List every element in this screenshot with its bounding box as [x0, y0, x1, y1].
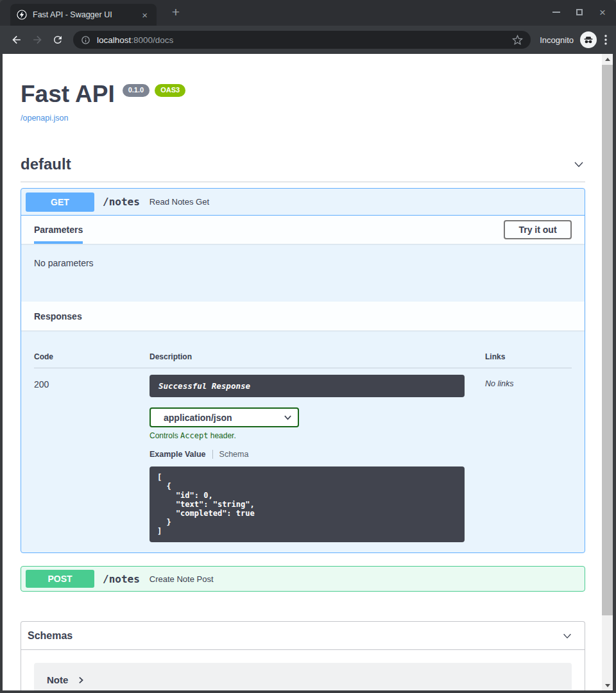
tab-schema[interactable]: Schema: [213, 450, 249, 459]
parameters-header: Parameters Try it out: [21, 216, 585, 244]
parameters-body: No parameters: [21, 244, 585, 302]
responses-body: Code Description Links 200 Successful Re…: [21, 330, 585, 552]
url-host: localhost: [97, 35, 131, 45]
column-description: Description: [150, 352, 465, 361]
tab-close-icon[interactable]: ×: [139, 9, 150, 21]
schemas-chevron-down-icon[interactable]: [561, 630, 573, 642]
parameters-tab: Parameters: [34, 225, 83, 235]
browser-tabstrip: Fast API - Swagger UI × + ×: [0, 0, 616, 26]
get-notes-summary[interactable]: GET /notes Read Notes Get: [21, 189, 585, 216]
get-method-button[interactable]: GET: [26, 193, 94, 212]
scrollbar[interactable]: [602, 54, 613, 690]
address-bar[interactable]: localhost:8000/docs: [73, 31, 531, 49]
window-close-icon[interactable]: ×: [598, 8, 607, 17]
response-code: 200: [34, 375, 150, 542]
no-parameters-text: No parameters: [34, 258, 94, 268]
back-arrow-icon[interactable]: [9, 32, 24, 47]
get-notes-operation: GET /notes Read Notes Get Parameters Try…: [21, 188, 585, 553]
post-notes-operation: POST /notes Create Note Post: [21, 566, 585, 592]
fastapi-favicon-icon: [17, 10, 27, 20]
get-summary-text: Read Notes Get: [150, 197, 209, 207]
openapi-spec-link[interactable]: /openapi.json: [21, 114, 68, 123]
media-type-select[interactable]: application/json: [150, 407, 299, 427]
browser-tab[interactable]: Fast API - Swagger UI ×: [10, 4, 157, 26]
schemas-section: Schemas Note: [21, 621, 585, 690]
incognito-icon: [580, 31, 597, 48]
url-path: :8000/docs: [131, 35, 173, 45]
post-path: /notes: [103, 573, 140, 585]
responses-title: Responses: [34, 311, 82, 321]
note-model-toggle[interactable]: Note: [47, 674, 559, 685]
page-info-icon[interactable]: [81, 35, 90, 45]
tab-example-value[interactable]: Example Value: [150, 450, 213, 459]
oas3-badge: OAS3: [155, 84, 185, 97]
response-description: Successful Response: [150, 375, 465, 397]
page-title: Fast API: [21, 81, 115, 108]
window-controls: ×: [552, 8, 607, 17]
example-schema-tabs: Example Value Schema: [150, 450, 465, 459]
example-json-block: [ { "id": 0, "text": "string", "complete…: [150, 466, 465, 542]
tag-section-default[interactable]: default: [21, 155, 585, 182]
schemas-title: Schemas: [28, 630, 73, 642]
window-minimize-icon[interactable]: [552, 8, 561, 17]
note-model-name: Note: [47, 674, 68, 685]
get-path: /notes: [103, 196, 140, 208]
scroll-up-arrow-icon[interactable]: [602, 54, 613, 64]
tab-title: Fast API - Swagger UI: [33, 10, 139, 19]
column-code: Code: [34, 352, 150, 361]
post-notes-summary[interactable]: POST /notes Create Note Post: [21, 567, 585, 591]
new-tab-button[interactable]: +: [168, 5, 184, 19]
controls-accept-note: Controls Accept header.: [150, 431, 465, 440]
responses-header: Responses: [21, 302, 585, 330]
version-badge: 0.1.0: [123, 84, 150, 97]
reload-icon[interactable]: [50, 32, 65, 47]
parameters-tab-underline: [34, 241, 83, 244]
response-links: No links: [485, 375, 513, 542]
window-maximize-icon[interactable]: [575, 8, 584, 17]
chevron-right-icon: [77, 676, 85, 684]
try-it-out-button[interactable]: Try it out: [504, 220, 572, 239]
chevron-down-icon[interactable]: [572, 158, 585, 171]
response-row-200: 200 Successful Response application/json…: [34, 368, 572, 542]
menu-icon[interactable]: [604, 35, 607, 45]
column-links: Links: [485, 352, 505, 361]
bookmark-star-icon[interactable]: [512, 35, 523, 46]
post-summary-text: Create Note Post: [150, 574, 214, 584]
incognito-label: Incognito: [540, 35, 574, 45]
post-method-button[interactable]: POST: [26, 570, 94, 588]
responses-table-header: Code Description Links: [34, 342, 572, 368]
scrollbar-thumb[interactable]: [602, 65, 613, 615]
forward-arrow-icon[interactable]: [30, 32, 45, 47]
tag-name: default: [21, 155, 71, 174]
note-model: Note: [34, 663, 572, 690]
schemas-header[interactable]: Schemas: [21, 622, 585, 650]
api-info: Fast API 0.1.0 OAS3 /openapi.json: [21, 54, 585, 123]
scroll-down-arrow-icon[interactable]: [602, 680, 613, 690]
browser-toolbar: localhost:8000/docs Incognito: [0, 26, 616, 54]
page-content: Fast API 0.1.0 OAS3 /openapi.json defaul…: [3, 54, 613, 690]
